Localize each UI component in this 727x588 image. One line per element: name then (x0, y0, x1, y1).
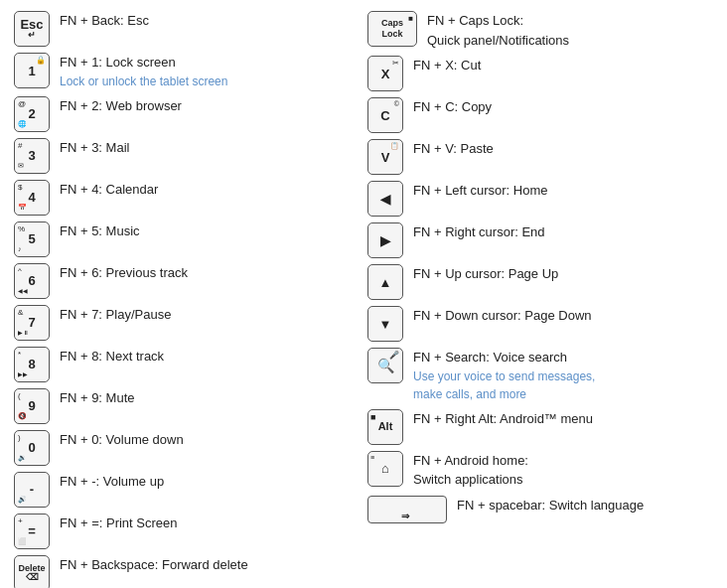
shortcut-text-down: FN + Down cursor: Page Down (413, 306, 592, 326)
shortcut-primary: FN + C: Copy (413, 97, 492, 117)
key-top-icon: ✂ (392, 59, 399, 69)
shortcut-row-8: * 8 ▶▶ FN + 8: Next track (10, 344, 364, 385)
key-4: $ 4 📅 (14, 180, 50, 216)
key-search: 🎤 🔍 (367, 348, 403, 383)
key-label: 7 (28, 316, 35, 329)
key-5: % 5 ♪ (14, 221, 50, 257)
shortcut-text-up: FN + Up cursor: Page Up (413, 264, 558, 284)
key-8: * 8 ▶▶ (14, 347, 50, 382)
key-top-left: * (18, 350, 21, 360)
key-label: ▶ (380, 234, 390, 247)
key-bottom-icon: 📅 (18, 204, 27, 212)
key-top-icon: ≡ (370, 454, 374, 462)
shortcuts-grid: Esc ↵ FN + Back: Esc 🔒 1 FN + 1: Lock sc… (10, 8, 717, 588)
key-x: ✂ X (367, 56, 403, 91)
key-label: 5 (28, 232, 35, 245)
shortcut-row-search: 🎤 🔍 FN + Search: Voice search Use your v… (364, 345, 717, 406)
key-bottom-icon: 🔇 (18, 412, 27, 420)
key-minus: - 🔊 (14, 472, 50, 508)
key-top-left: ) (18, 433, 21, 443)
shortcut-row-4: $ 4 📅 FN + 4: Calendar (10, 177, 364, 219)
key-label: C (380, 109, 389, 122)
shortcut-primary: FN + Left cursor: Home (413, 181, 547, 201)
shortcut-primary: FN + 6: Previous track (60, 263, 188, 283)
shortcut-text-2: FN + 2: Web browser (60, 96, 182, 116)
shortcut-primary: FN + -: Volume up (60, 472, 164, 492)
key-android-home: ≡ ⌂ (367, 451, 403, 487)
shortcut-row-7: & 7 ▶⏸ FN + 7: Play/Pause (10, 302, 364, 344)
shortcut-primary: FN + 3: Mail (60, 138, 129, 158)
key-capslock: ■ CapsLock (367, 11, 417, 47)
shortcut-primary: FN + Right cursor: End (413, 222, 545, 242)
key-top-left: % (18, 224, 25, 234)
key-9: ( 9 🔇 (14, 388, 50, 424)
shortcut-primary: FN + =: Print Screen (60, 514, 178, 533)
key-spacebar-arrow: ⇒ (401, 511, 409, 522)
key-sub: ⌫ (26, 573, 39, 582)
key-label: ◀ (380, 193, 390, 206)
shortcut-text-c: FN + C: Copy (413, 97, 492, 117)
key-top-left: $ (18, 183, 22, 193)
key-label: ⌂ (381, 462, 389, 475)
key-label: 1 (28, 65, 35, 77)
key-label: 4 (28, 191, 35, 204)
shortcut-row-9: ( 9 🔇 FN + 9: Mute (10, 385, 364, 427)
key-top-left: @ (18, 99, 26, 109)
shortcut-primary: FN + Back: Esc (60, 11, 149, 31)
key-label: 0 (28, 441, 35, 454)
key-label: 3 (28, 149, 35, 162)
shortcut-text-equals: FN + =: Print Screen (60, 514, 178, 533)
shortcut-text-7: FN + 7: Play/Pause (60, 305, 171, 325)
key-label: ▲ (379, 276, 392, 289)
key-right-arrow: ▶ (367, 222, 403, 258)
key-bottom-icon: 🔉 (18, 454, 27, 462)
key-equals: + = ⬜ (14, 514, 50, 549)
shortcut-primary: FN + 1: Lock screen (60, 53, 227, 73)
key-sub-icon: ↵ (28, 31, 36, 40)
shortcut-text-minus: FN + -: Volume up (60, 472, 164, 492)
key-top-left: # (18, 141, 22, 151)
key-alt: ■ Alt (367, 409, 403, 445)
shortcut-text-alt: FN + Right Alt: Android™ menu (413, 409, 593, 429)
key-c: © C (367, 97, 403, 133)
shortcut-text-right: FN + Right cursor: End (413, 222, 545, 242)
key-label: - (30, 483, 34, 496)
key-7: & 7 ▶⏸ (14, 305, 50, 341)
shortcut-primary: FN + Down cursor: Page Down (413, 306, 592, 326)
shortcut-text-6: FN + 6: Previous track (60, 263, 188, 283)
shortcut-row-capslock: ■ CapsLock FN + Caps Lock: Quick panel/N… (364, 8, 717, 53)
key-top-left: & (18, 308, 23, 318)
shortcut-primary: FN + Caps Lock: (427, 11, 569, 31)
shortcut-text-home: FN + Android home: Switch applications (413, 451, 528, 490)
shortcut-text-capslock: FN + Caps Lock: Quick panel/Notification… (427, 11, 569, 50)
shortcut-primary: FN + 0: Volume down (60, 430, 184, 450)
key-label: 2 (28, 107, 35, 120)
shortcut-primary: FN + Android home: (413, 451, 528, 471)
shortcut-primary: FN + 2: Web browser (60, 96, 182, 116)
shortcut-primary: FN + 7: Play/Pause (60, 305, 171, 325)
shortcut-row-0: ) 0 🔉 FN + 0: Volume down (10, 427, 364, 469)
key-bottom-icon: ♪ (18, 245, 22, 253)
shortcut-row-minus: - 🔊 FN + -: Volume up (10, 469, 364, 511)
shortcut-row-3: # 3 ✉ FN + 3: Mail (10, 135, 364, 177)
shortcut-row-c: © C FN + C: Copy (364, 94, 717, 136)
shortcut-text-delete: FN + Backspace: Forward delete (60, 555, 248, 575)
key-label: CapsLock (381, 18, 403, 40)
shortcut-text-3: FN + 3: Mail (60, 138, 129, 158)
shortcut-text-0: FN + 0: Volume down (60, 430, 184, 450)
shortcut-text-1: FN + 1: Lock screen Lock or unlock the t… (60, 53, 227, 90)
key-label: 8 (28, 358, 35, 370)
shortcut-row-right: ▶ FN + Right cursor: End (364, 220, 717, 261)
key-label: 🔍 (377, 359, 394, 372)
key-top-icon: 🎤 (389, 351, 399, 361)
key-label: 9 (28, 399, 35, 412)
key-2: @ 2 🌐 (14, 96, 50, 132)
key-top-left: ^ (18, 266, 22, 276)
shortcut-row-x: ✂ X FN + X: Cut (364, 53, 717, 94)
shortcut-secondary-black: Quick panel/Notifications (427, 31, 569, 51)
shortcut-secondary-black: Switch applications (413, 470, 528, 490)
shortcut-text-9: FN + 9: Mute (60, 388, 135, 408)
key-delete: Delete ⌫ (14, 555, 50, 589)
key-spacebar: ⇒ (367, 496, 447, 523)
shortcut-row-esc: Esc ↵ FN + Back: Esc (10, 8, 364, 50)
